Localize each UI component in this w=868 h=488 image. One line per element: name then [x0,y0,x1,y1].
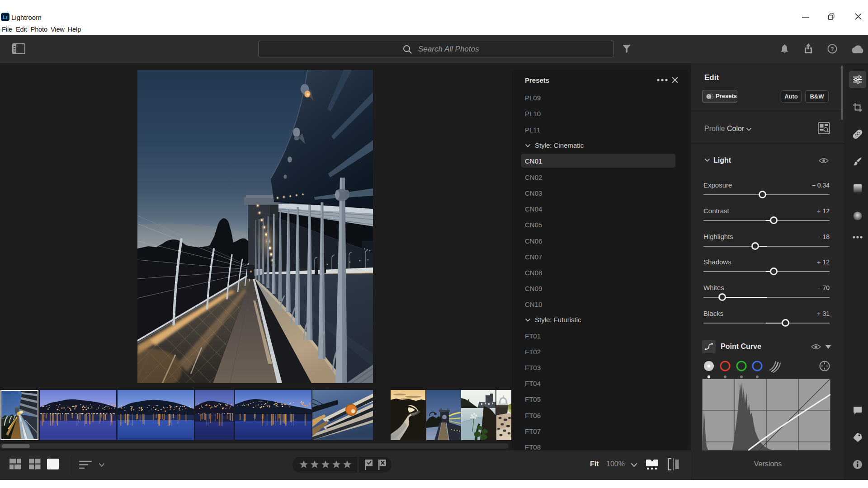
svg-text:Lr: Lr [3,14,8,20]
svg-text:?: ? [830,46,834,52]
